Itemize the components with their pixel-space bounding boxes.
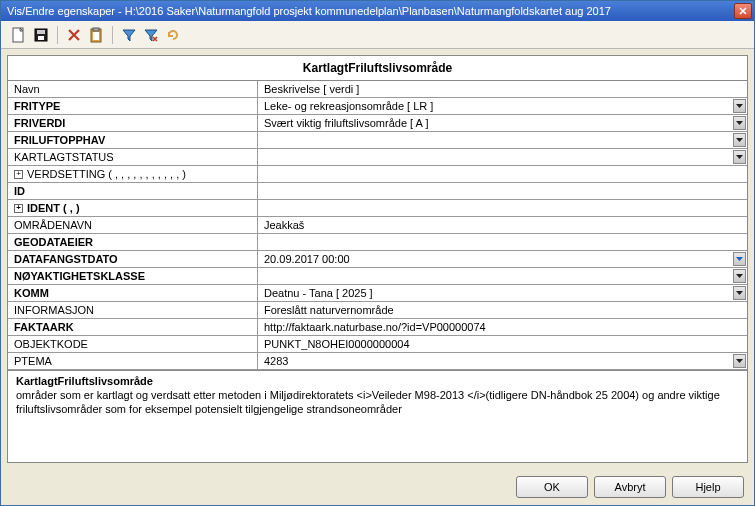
cancel-button[interactable]: Avbryt xyxy=(594,476,666,498)
refresh-icon[interactable] xyxy=(165,27,181,43)
toolbar-separator xyxy=(57,26,58,44)
property-label: ID xyxy=(8,183,258,199)
description-title: KartlagtFriluftslivsområde xyxy=(16,375,739,387)
property-label-text: DATAFANGSTDATO xyxy=(14,253,118,265)
property-row: NØYAKTIGHETSKLASSE xyxy=(8,268,747,285)
content-panel: KartlagtFriluftslivsområde Navn Beskrive… xyxy=(7,55,748,463)
property-value[interactable]: 4283 xyxy=(258,353,747,369)
property-row: KARTLAGTSTATUS xyxy=(8,149,747,166)
save-icon[interactable] xyxy=(33,27,49,43)
property-row: +VERDSETTING ( , , , , , , , , , , , ) xyxy=(8,166,747,183)
property-label-text: FRILUFTOPPHAV xyxy=(14,134,105,146)
dropdown-button[interactable] xyxy=(733,252,746,266)
property-label: +IDENT ( , ) xyxy=(8,200,258,216)
property-label-text: ID xyxy=(14,185,25,197)
dropdown-button[interactable] xyxy=(733,286,746,300)
property-value[interactable]: Leke- og rekreasjonsområde [ LR ] xyxy=(258,98,747,114)
property-label: KOMM xyxy=(8,285,258,301)
property-label: FRITYPE xyxy=(8,98,258,114)
property-value[interactable]: Jeakkaš xyxy=(258,217,747,233)
property-label-text: KARTLAGTSTATUS xyxy=(14,151,114,163)
toolbar xyxy=(1,21,754,49)
property-value-text: http://faktaark.naturbase.no/?id=VP00000… xyxy=(264,321,486,333)
property-value[interactable]: Foreslått naturvernområde xyxy=(258,302,747,318)
property-label: DATAFANGSTDATO xyxy=(8,251,258,267)
property-row: OMRÅDENAVNJeakkaš xyxy=(8,217,747,234)
titlebar: Vis/Endre egenskaper - H:\2016 Saker\Nat… xyxy=(1,1,754,21)
property-label-text: OMRÅDENAVN xyxy=(14,219,92,231)
property-value-text: Jeakkaš xyxy=(264,219,304,231)
description-panel: KartlagtFriluftslivsområde områder som e… xyxy=(8,370,747,462)
property-label-text: INFORMASJON xyxy=(14,304,94,316)
filter-icon[interactable] xyxy=(121,27,137,43)
property-value-text: Leke- og rekreasjonsområde [ LR ] xyxy=(264,100,433,112)
property-label-text: VERDSETTING ( , , , , , , , , , , , ) xyxy=(27,168,186,180)
clipboard-icon[interactable] xyxy=(88,27,104,43)
dropdown-button[interactable] xyxy=(733,269,746,283)
property-label: GEODATAEIER xyxy=(8,234,258,250)
filter-clear-icon[interactable] xyxy=(143,27,159,43)
property-label-text: NØYAKTIGHETSKLASSE xyxy=(14,270,145,282)
property-label: KARTLAGTSTATUS xyxy=(8,149,258,165)
property-value-text: Deatnu - Tana [ 2025 ] xyxy=(264,287,373,299)
property-label: FRIVERDI xyxy=(8,115,258,131)
property-value[interactable]: Svært viktig friluftslivsområde [ A ] xyxy=(258,115,747,131)
property-row: INFORMASJONForeslått naturvernområde xyxy=(8,302,747,319)
property-label-text: GEODATAEIER xyxy=(14,236,93,248)
description-text: områder som er kartlagt og verdsatt ette… xyxy=(16,389,739,417)
property-label: FRILUFTOPPHAV xyxy=(8,132,258,148)
property-row: KOMMDeatnu - Tana [ 2025 ] xyxy=(8,285,747,302)
toolbar-separator xyxy=(112,26,113,44)
property-value[interactable]: PUNKT_N8OHEI0000000004 xyxy=(258,336,747,352)
svg-rect-6 xyxy=(93,32,99,40)
dropdown-button[interactable] xyxy=(733,354,746,368)
property-label-text: FRIVERDI xyxy=(14,117,65,129)
property-value-text: 4283 xyxy=(264,355,288,367)
property-value[interactable] xyxy=(258,132,747,148)
property-row: FRITYPELeke- og rekreasjonsområde [ LR ] xyxy=(8,98,747,115)
svg-rect-5 xyxy=(93,28,99,31)
property-value[interactable] xyxy=(258,268,747,284)
property-row: ID xyxy=(8,183,747,200)
property-label-text: FRITYPE xyxy=(14,100,60,112)
section-heading: KartlagtFriluftslivsområde xyxy=(8,56,747,81)
expand-icon[interactable]: + xyxy=(14,204,23,213)
property-value[interactable] xyxy=(258,200,747,216)
property-label: NØYAKTIGHETSKLASSE xyxy=(8,268,258,284)
property-label-text: FAKTAARK xyxy=(14,321,74,333)
dropdown-button[interactable] xyxy=(733,116,746,130)
help-button[interactable]: Hjelp xyxy=(672,476,744,498)
property-row: FAKTAARKhttp://faktaark.naturbase.no/?id… xyxy=(8,319,747,336)
property-row: OBJEKTKODEPUNKT_N8OHEI0000000004 xyxy=(8,336,747,353)
ok-button[interactable]: OK xyxy=(516,476,588,498)
property-value[interactable] xyxy=(258,183,747,199)
property-value-text: 20.09.2017 00:00 xyxy=(264,253,350,265)
property-value[interactable] xyxy=(258,234,747,250)
property-label: INFORMASJON xyxy=(8,302,258,318)
property-value[interactable] xyxy=(258,149,747,165)
property-value[interactable]: Deatnu - Tana [ 2025 ] xyxy=(258,285,747,301)
property-row: GEODATAEIER xyxy=(8,234,747,251)
property-row: DATAFANGSTDATO20.09.2017 00:00 xyxy=(8,251,747,268)
header-row: Navn Beskrivelse [ verdi ] xyxy=(8,81,747,98)
property-value[interactable]: 20.09.2017 00:00 xyxy=(258,251,747,267)
property-row: FRIVERDISvært viktig friluftslivsområde … xyxy=(8,115,747,132)
delete-icon[interactable] xyxy=(66,27,82,43)
property-value[interactable]: http://faktaark.naturbase.no/?id=VP00000… xyxy=(258,319,747,335)
property-value[interactable] xyxy=(258,166,747,182)
dropdown-button[interactable] xyxy=(733,150,746,164)
property-value-text: PUNKT_N8OHEI0000000004 xyxy=(264,338,410,350)
property-label: OMRÅDENAVN xyxy=(8,217,258,233)
property-label-text: KOMM xyxy=(14,287,49,299)
svg-rect-2 xyxy=(37,30,45,34)
property-label: PTEMA xyxy=(8,353,258,369)
property-label: OBJEKTKODE xyxy=(8,336,258,352)
dropdown-button[interactable] xyxy=(733,133,746,147)
property-row: PTEMA4283 xyxy=(8,353,747,370)
new-icon[interactable] xyxy=(11,27,27,43)
property-grid: FRITYPELeke- og rekreasjonsområde [ LR ]… xyxy=(8,98,747,370)
property-row: FRILUFTOPPHAV xyxy=(8,132,747,149)
expand-icon[interactable]: + xyxy=(14,170,23,179)
close-button[interactable] xyxy=(734,3,752,19)
dropdown-button[interactable] xyxy=(733,99,746,113)
